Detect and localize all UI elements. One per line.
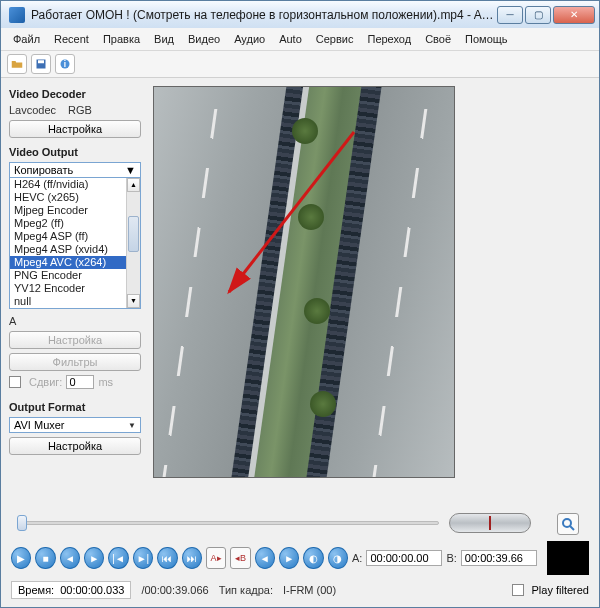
prev-frame-button[interactable]: ◄	[60, 547, 80, 569]
next-cut-button[interactable]: ►	[279, 547, 299, 569]
zoom-reset-button[interactable]	[557, 513, 579, 535]
timeline-ruler[interactable]	[11, 513, 589, 535]
transport-controls: ▶ ■ ◄ ► |◄ ►| ⏮ ⏭ A▸ ◂B ◄ ► ◐ ◑ A: B:	[11, 541, 589, 575]
next-frame-button[interactable]: ►	[84, 547, 104, 569]
window-minimize-button[interactable]: ─	[497, 6, 523, 24]
output-format-combo[interactable]: AVI Muxer ▼	[9, 417, 141, 433]
video-output-dropdown-list: H264 (ff/nvidia) HEVC (x265) Mjpeg Encod…	[9, 177, 141, 309]
chevron-down-icon: ▼	[125, 164, 136, 176]
svg-line-4	[229, 132, 354, 292]
video-output-selected: Копировать	[14, 164, 73, 176]
combo-option[interactable]: HEVC (x265)	[10, 191, 126, 204]
output-format-configure-button[interactable]: Настройка	[9, 437, 141, 455]
video-output-title: Video Output	[9, 146, 141, 158]
bottom-panel: ▶ ■ ◄ ► |◄ ►| ⏮ ⏭ A▸ ◂B ◄ ► ◐ ◑ A: B: Вр	[1, 509, 599, 607]
marker-a-input[interactable]	[366, 550, 442, 566]
shift-label: Сдвиг:	[29, 376, 62, 388]
menu-goto[interactable]: Переход	[361, 31, 417, 47]
goto-start-button[interactable]: ⏮	[157, 547, 177, 569]
annotation-arrow	[214, 127, 364, 307]
window-close-button[interactable]: ✕	[553, 6, 595, 24]
video-output-configure-button: Настройка	[9, 331, 141, 349]
play-filtered-checkbox[interactable]	[512, 584, 524, 596]
toolbar: i	[1, 51, 599, 78]
play-button[interactable]: ▶	[11, 547, 31, 569]
decoder-color-value: RGB	[68, 104, 92, 116]
combo-option[interactable]: Mjpeg Encoder	[10, 204, 126, 217]
menu-auto[interactable]: Auto	[273, 31, 308, 47]
window-titlebar: Работает ОМОН ! (Смотреть на телефоне в …	[0, 0, 600, 28]
frame-type-label: Тип кадра:	[219, 584, 273, 596]
preview-thumbnail	[547, 541, 589, 575]
svg-line-6	[570, 526, 574, 530]
window-title: Работает ОМОН ! (Смотреть на телефоне в …	[31, 8, 497, 22]
status-bar: Время: 00:00:00.033 /00:00:39.066 Тип ка…	[11, 581, 589, 599]
combo-option[interactable]: Mpeg2 (ff)	[10, 217, 126, 230]
menu-audio[interactable]: Аудио	[228, 31, 271, 47]
marker-b-input[interactable]	[461, 550, 537, 566]
next-keyframe-button[interactable]: ►|	[133, 547, 153, 569]
menu-help[interactable]: Помощь	[459, 31, 514, 47]
menu-file[interactable]: Файл	[7, 31, 46, 47]
svg-rect-1	[38, 60, 44, 63]
time-label: Время:	[18, 584, 54, 596]
video-frame	[153, 86, 455, 478]
menu-view[interactable]: Вид	[148, 31, 180, 47]
video-output-combo[interactable]: Копировать ▼ H264 (ff/nvidia) HEVC (x265…	[9, 162, 141, 309]
menu-bar: Файл Recent Правка Вид Видео Аудио Auto …	[1, 28, 599, 51]
sidebar: Video Decoder Lavcodec RGB Настройка Vid…	[1, 78, 149, 505]
marker-b-label: B:	[446, 552, 456, 564]
frame-type-value: I-FRM (00)	[283, 584, 336, 596]
menu-recent[interactable]: Recent	[48, 31, 95, 47]
stop-button[interactable]: ■	[35, 547, 55, 569]
combo-option-selected[interactable]: Mpeg4 AVC (x264)	[10, 256, 126, 269]
scroll-thumb[interactable]	[128, 216, 139, 252]
menu-video[interactable]: Видео	[182, 31, 226, 47]
duration-value: /00:00:39.066	[141, 584, 208, 596]
video-preview-area	[153, 86, 591, 501]
shift-checkbox[interactable]	[9, 376, 21, 388]
video-output-filters-button: Фильтры	[9, 353, 141, 371]
menu-service[interactable]: Сервис	[310, 31, 360, 47]
window-maximize-button[interactable]: ▢	[525, 6, 551, 24]
svg-point-5	[563, 519, 571, 527]
time-value: 00:00:00.033	[60, 584, 124, 596]
shift-input[interactable]	[66, 375, 94, 389]
combo-option[interactable]: Mpeg4 ASP (ff)	[10, 230, 126, 243]
combo-option[interactable]: Mpeg4 ASP (xvid4)	[10, 243, 126, 256]
prev-keyframe-button[interactable]: |◄	[108, 547, 128, 569]
hidden-section-label: A	[9, 315, 141, 327]
next-black-button[interactable]: ◑	[328, 547, 348, 569]
combo-option[interactable]: PNG Encoder	[10, 269, 126, 282]
decoder-codec-value: Lavcodec	[9, 104, 56, 116]
goto-end-button[interactable]: ⏭	[182, 547, 202, 569]
info-button[interactable]: i	[55, 54, 75, 74]
prev-cut-button[interactable]: ◄	[255, 547, 275, 569]
combo-option[interactable]: H264 (ff/nvidia)	[10, 178, 126, 191]
play-filtered-label: Play filtered	[532, 584, 589, 596]
jog-dial[interactable]	[449, 513, 531, 533]
chevron-down-icon: ▼	[128, 421, 136, 430]
menu-custom[interactable]: Своё	[419, 31, 457, 47]
prev-black-button[interactable]: ◐	[303, 547, 323, 569]
output-format-title: Output Format	[9, 401, 141, 413]
shift-unit: ms	[98, 376, 113, 388]
menu-edit[interactable]: Правка	[97, 31, 146, 47]
decoder-configure-button[interactable]: Настройка	[9, 120, 141, 138]
timeline-thumb[interactable]	[17, 515, 27, 531]
open-file-button[interactable]	[7, 54, 27, 74]
svg-text:i: i	[64, 60, 66, 69]
dropdown-scrollbar[interactable]: ▲ ▼	[126, 178, 140, 308]
scroll-down-button[interactable]: ▼	[127, 294, 140, 308]
scroll-up-button[interactable]: ▲	[127, 178, 140, 192]
save-file-button[interactable]	[31, 54, 51, 74]
set-marker-b-button[interactable]: ◂B	[230, 547, 250, 569]
output-format-selected: AVI Muxer	[14, 419, 65, 431]
video-decoder-title: Video Decoder	[9, 88, 141, 100]
app-icon	[9, 7, 25, 23]
combo-option[interactable]: YV12 Encoder	[10, 282, 126, 295]
combo-option[interactable]: null	[10, 295, 126, 308]
set-marker-a-button[interactable]: A▸	[206, 547, 226, 569]
marker-a-label: A:	[352, 552, 362, 564]
